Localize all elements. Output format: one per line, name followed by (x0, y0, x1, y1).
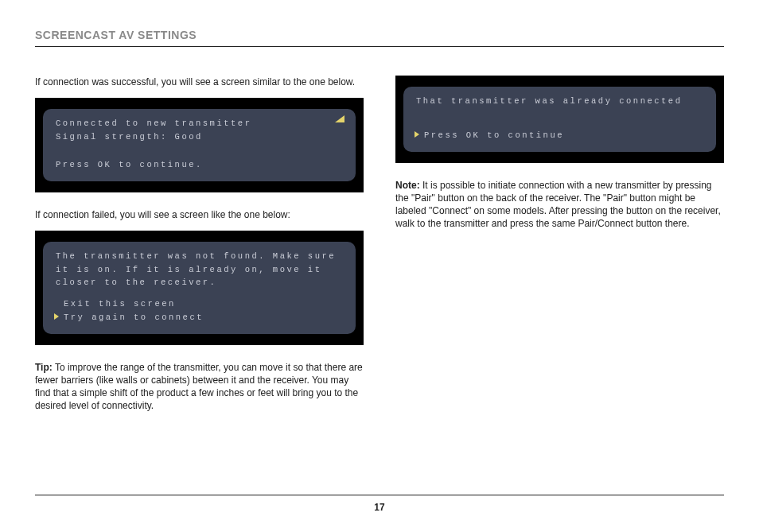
osd-line: That transmitter was already connected (415, 95, 705, 108)
screenshot-success: Connected to new transmitter Signal stre… (35, 98, 364, 192)
left-column: If connection was successful, you will s… (35, 76, 364, 422)
osd-prompt: Press OK to continue (424, 129, 564, 142)
osd-panel-fail: The transmitter was not found. Make sure… (43, 242, 356, 334)
note-body: It is possible to initiate connection wi… (395, 180, 721, 230)
success-intro-text: If connection was successful, you will s… (35, 76, 364, 88)
tip-label: Tip: (35, 362, 53, 373)
osd-option: Exit this screen (64, 297, 176, 311)
screenshot-fail: The transmitter was not found. Make sure… (35, 231, 364, 345)
osd-panel-success: Connected to new transmitter Signal stre… (43, 109, 356, 181)
osd-message: The transmitter was not found. Make sure… (54, 250, 344, 289)
osd-option-selected: Try again to connect (64, 311, 204, 324)
content-columns: If connection was successful, you will s… (35, 76, 724, 422)
right-column: That transmitter was already connected P… (395, 76, 724, 422)
page-number: 17 (35, 502, 724, 513)
section-header: SCREENCAST AV SETTINGS (35, 29, 724, 47)
signal-strength-icon (335, 115, 344, 122)
tip-paragraph: Tip: To improve the range of the transmi… (35, 361, 364, 413)
note-paragraph: Note: It is possible to initiate connect… (395, 179, 724, 231)
tip-body: To improve the range of the transmitter,… (35, 362, 363, 412)
cursor-arrow-icon (415, 131, 419, 138)
osd-prompt: Press OK to continue. (54, 158, 344, 172)
osd-line: Signal strength: Good (54, 130, 344, 144)
section-title: SCREENCAST AV SETTINGS (35, 29, 724, 41)
footer-rule (35, 495, 724, 495)
osd-panel-already: That transmitter was already connected P… (403, 87, 716, 152)
osd-line: Connected to new transmitter (54, 117, 344, 130)
screenshot-already-connected: That transmitter was already connected P… (395, 76, 724, 163)
note-label: Note: (395, 180, 420, 191)
page-footer: 17 (35, 495, 724, 513)
cursor-arrow-icon (54, 313, 59, 320)
fail-intro-text: If connection failed, you will see a scr… (35, 208, 364, 221)
